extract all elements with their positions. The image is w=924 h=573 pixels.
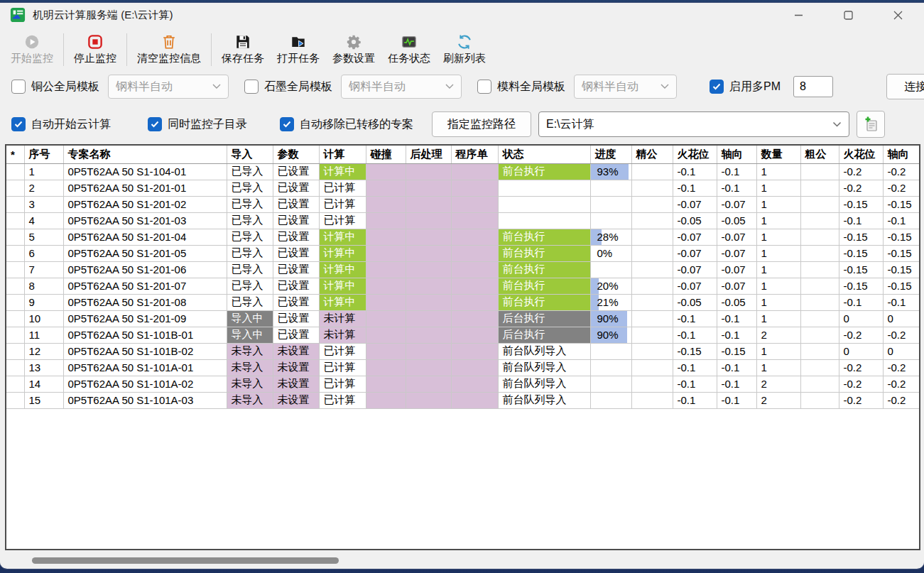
rough-spark-cell[interactable]: -0.2 [839,327,883,343]
monitor-subdirectories-checkbox[interactable] [148,117,162,131]
exec-status-cell[interactable] [498,196,590,212]
column-header[interactable]: 后处理 [406,146,451,163]
rough-axial-cell[interactable]: -0.2 [883,163,920,180]
seq-cell[interactable]: 7 [24,261,63,278]
toolbar-button-task-status[interactable]: 任务状态 [381,31,437,68]
multi-pm-count-input[interactable] [793,76,833,97]
program-sheet-cell[interactable] [451,392,498,408]
calc-status-cell[interactable]: 未计算 [319,327,366,343]
column-header[interactable]: 专案名称 [63,146,227,163]
row-marker-cell[interactable] [6,343,24,359]
auto-remove-transferred-checkbox[interactable] [280,117,294,131]
fine-cell[interactable] [631,359,673,376]
rough-cell[interactable] [800,245,839,261]
fine-axial-cell[interactable]: -0.07 [717,229,756,245]
import-status-cell[interactable]: 导入中 [227,310,273,327]
rough-spark-cell[interactable]: -0.2 [839,163,883,180]
postprocess-cell[interactable] [406,180,451,196]
qty-cell[interactable]: 1 [756,163,800,180]
param-status-cell[interactable]: 已设置 [273,327,319,343]
monitor-path-combobox[interactable]: E:\云计算 [538,111,849,137]
param-status-cell[interactable]: 已设置 [273,163,319,180]
project-name-cell[interactable]: 0P5T62AA 50 S1-201-09 [63,310,227,327]
exec-status-cell[interactable] [498,180,590,196]
project-name-cell[interactable]: 0P5T62AA 50 S1-101A-02 [63,376,227,392]
program-sheet-cell[interactable] [451,180,498,196]
rough-axial-cell[interactable]: -0.2 [883,180,920,196]
calc-status-cell[interactable]: 计算中 [319,229,366,245]
rough-spark-cell[interactable]: -0.15 [839,261,883,278]
fine-cell[interactable] [631,294,673,310]
calc-status-cell[interactable]: 计算中 [319,278,366,294]
fine-spark-cell[interactable]: -0.1 [673,392,717,408]
fine-spark-cell[interactable]: -0.1 [673,180,717,196]
program-sheet-cell[interactable] [451,294,498,310]
row-marker-cell[interactable] [6,180,24,196]
collision-cell[interactable] [366,278,406,294]
project-name-cell[interactable]: 0P5T62AA 50 S1-101A-03 [63,392,227,408]
param-status-cell[interactable]: 已设置 [273,180,319,196]
project-name-cell[interactable]: 0P5T62AA 50 S1-101A-01 [63,359,227,376]
column-header[interactable]: 粗公 [800,146,839,163]
param-status-cell[interactable]: 未设置 [273,359,319,376]
fine-cell[interactable] [631,261,673,278]
collision-cell[interactable] [366,343,406,359]
seq-cell[interactable]: 10 [24,310,63,327]
column-header[interactable]: 程序单 [451,146,498,163]
postprocess-cell[interactable] [406,261,451,278]
fine-axial-cell[interactable]: -0.1 [717,359,756,376]
collision-cell[interactable] [366,310,406,327]
toolbar-button-stop[interactable]: 停止监控 [67,31,123,68]
close-button[interactable] [881,4,914,26]
toolbar-button-open-folder[interactable]: 打开任务 [271,31,326,68]
postprocess-cell[interactable] [406,359,451,376]
import-status-cell[interactable]: 已导入 [227,261,273,278]
table-row[interactable]: 110P5T62AA 50 S1-101B-01导入中已设置未计算后台执行90%… [6,327,920,343]
qty-cell[interactable]: 1 [756,196,800,212]
row-marker-cell[interactable] [6,163,24,180]
template-3-mode-dropdown[interactable]: 钢料半自动 [574,75,677,99]
progress-cell[interactable] [590,196,631,212]
rough-axial-cell[interactable]: -0.1 [883,294,920,310]
template-1-checkbox[interactable] [11,80,26,94]
toolbar-button-gear[interactable]: 参数设置 [326,31,381,68]
column-header[interactable]: 状态 [498,146,590,163]
horizontal-scrollbar[interactable] [0,552,924,568]
collision-cell[interactable] [366,261,406,278]
table-row[interactable]: 10P5T62AA 50 S1-104-01已导入已设置计算中前台执行93%-0… [6,163,920,180]
fine-cell[interactable] [631,229,673,245]
rough-cell[interactable] [800,261,839,278]
calc-status-cell[interactable]: 已计算 [319,196,366,212]
toolbar-button-play[interactable]: 开始监控 [4,31,60,68]
fine-axial-cell[interactable]: -0.1 [717,376,756,392]
row-marker-cell[interactable] [6,212,24,229]
exec-status-cell[interactable]: 前台队列导入 [498,376,590,392]
table-row[interactable]: 130P5T62AA 50 S1-101A-01未导入未设置已计算前台队列导入-… [6,359,920,376]
rough-axial-cell[interactable]: -0.2 [883,376,920,392]
exec-status-cell[interactable]: 前台队列导入 [498,359,590,376]
column-header[interactable]: 参数 [273,146,319,163]
import-status-cell[interactable]: 已导入 [227,294,273,310]
rough-spark-cell[interactable]: -0.1 [839,294,883,310]
collision-cell[interactable] [366,196,406,212]
seq-cell[interactable]: 13 [24,359,63,376]
param-status-cell[interactable]: 已设置 [273,212,319,229]
collision-cell[interactable] [366,212,406,229]
maximize-button[interactable] [832,4,864,26]
import-status-cell[interactable]: 已导入 [227,212,273,229]
qty-cell[interactable]: 1 [756,343,800,359]
project-name-cell[interactable]: 0P5T62AA 50 S1-201-01 [63,180,227,196]
fine-spark-cell[interactable]: -0.15 [673,343,717,359]
project-name-cell[interactable]: 0P5T62AA 50 S1-201-07 [63,278,227,294]
progress-cell[interactable]: 0% [590,245,631,261]
fine-axial-cell[interactable]: -0.07 [717,261,756,278]
rough-axial-cell[interactable]: -0.15 [883,278,920,294]
rough-cell[interactable] [800,376,839,392]
seq-cell[interactable]: 12 [24,343,63,359]
rough-axial-cell[interactable]: -0.2 [883,359,920,376]
qty-cell[interactable]: 1 [756,261,800,278]
import-status-cell[interactable]: 已导入 [227,163,273,180]
rough-cell[interactable] [800,327,839,343]
table-row[interactable]: 20P5T62AA 50 S1-201-01已导入已设置已计算-0.1-0.11… [6,180,920,196]
progress-cell[interactable]: 93% [590,163,631,180]
